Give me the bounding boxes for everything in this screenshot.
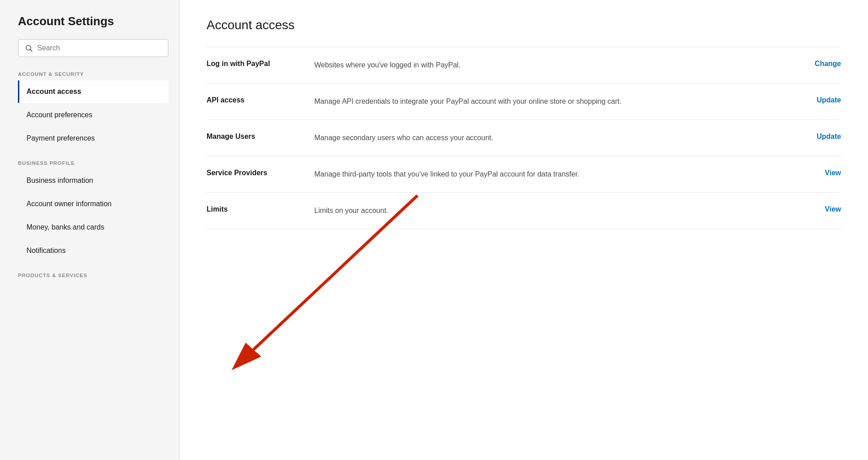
sidebar-item-notifications[interactable]: Notifications — [18, 239, 168, 262]
table-row: API access Manage API credentials to int… — [207, 84, 841, 120]
view-limits-button[interactable]: View — [816, 205, 841, 213]
svg-line-1 — [30, 49, 32, 51]
row-desc-manage-users: Manage secondary users who can access yo… — [314, 133, 799, 143]
section-label-account-security: ACCOUNT & SECURITY — [18, 71, 168, 77]
row-label-api-access: API access — [207, 96, 305, 104]
page-title: Account access — [207, 18, 841, 32]
row-desc-api-access: Manage API credentials to integrate your… — [314, 96, 799, 107]
row-label-service-providers: Service Providers — [207, 169, 305, 177]
row-desc-service-providers: Manage third-party tools that you've lin… — [314, 169, 807, 180]
sidebar-item-account-access[interactable]: Account access — [18, 80, 168, 103]
sidebar-item-money-banks-cards[interactable]: Money, banks and cards — [18, 216, 168, 239]
row-label-limits: Limits — [207, 205, 305, 213]
search-box[interactable] — [18, 39, 168, 57]
section-label-products-services: PRODUCTS & SERVICES — [18, 273, 168, 278]
search-input[interactable] — [37, 44, 162, 52]
table-row: Manage Users Manage secondary users who … — [207, 120, 841, 156]
row-label-manage-users: Manage Users — [207, 133, 305, 141]
table-row: Service Providers Manage third-party too… — [207, 156, 841, 193]
table-row: Limits Limits on your account. View — [207, 193, 841, 229]
view-service-providers-button[interactable]: View — [816, 169, 841, 177]
search-icon — [25, 44, 33, 52]
table-row: Log in with PayPal Websites where you've… — [207, 47, 841, 84]
sidebar-item-account-preferences[interactable]: Account preferences — [18, 104, 168, 126]
row-desc-limits: Limits on your account. — [314, 205, 807, 216]
change-login-paypal-button[interactable]: Change — [806, 60, 841, 68]
app-title: Account Settings — [18, 14, 168, 28]
sidebar-item-payment-preferences[interactable]: Payment preferences — [18, 127, 168, 150]
row-label-login-paypal: Log in with PayPal — [207, 60, 305, 68]
main-content: Account access Log in with PayPal Websit… — [180, 0, 868, 460]
update-manage-users-button[interactable]: Update — [808, 133, 841, 141]
row-desc-login-paypal: Websites where you've logged in with Pay… — [314, 60, 797, 71]
sidebar-item-business-information[interactable]: Business information — [18, 169, 168, 192]
sidebar-item-account-owner-information[interactable]: Account owner information — [18, 193, 168, 215]
section-label-business-profile: BUSINESS PROFILE — [18, 160, 168, 166]
update-api-access-button[interactable]: Update — [808, 96, 841, 104]
sidebar: Account Settings ACCOUNT & SECURITY Acco… — [0, 0, 180, 460]
